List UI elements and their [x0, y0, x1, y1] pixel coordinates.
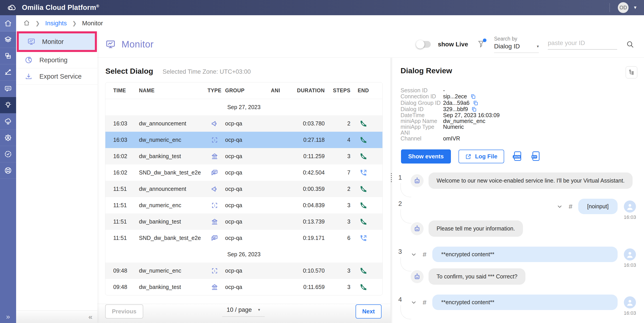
cell-group: ocp-qa	[225, 120, 269, 127]
table-row[interactable]: 11:51 dw_banking_test ocp-qa 0:13.739 3	[106, 213, 382, 230]
svg-text:RTF: RTF	[532, 155, 536, 158]
chevron-down-icon[interactable]	[410, 299, 417, 305]
table-row[interactable]: 09:48 dw_numeric_enc 1 ocp-qa 0:10.570 3	[106, 262, 382, 279]
select-dialog-title: Select Dialog	[106, 67, 153, 76]
anchor-link-icon[interactable]: #	[423, 298, 426, 306]
app-nav-cloud-services[interactable]	[0, 113, 16, 130]
cell-time: 16:02	[113, 153, 139, 159]
column-header: STEPS	[325, 88, 350, 94]
cell-duration: 0:27.118	[282, 137, 325, 143]
user-avatar-menu[interactable]: OD	[618, 2, 628, 13]
search-by-select[interactable]: Dialog ID ▾	[494, 43, 539, 53]
components-icon	[4, 52, 12, 60]
filter-icon[interactable]	[477, 40, 485, 49]
user-turn: # [noinput] 16:03	[410, 199, 636, 214]
call-transfer-icon	[350, 169, 376, 176]
banking-icon	[204, 283, 225, 291]
detail-row: Channel omIVR	[400, 136, 644, 141]
cell-group: ocp-qa	[225, 169, 269, 176]
sidebar-item-label: Monitor	[42, 38, 64, 46]
numeric-icon: 1	[204, 136, 225, 144]
anchor-link-icon[interactable]: #	[568, 203, 572, 210]
sidebar-item-label: Export Service	[40, 73, 82, 80]
page-size-select[interactable]: 10 / page ▾	[222, 306, 265, 317]
table-row[interactable]: 16:03 dw_numeric_enc 1 ocp-qa 0:27.118 4	[106, 132, 382, 148]
table-row[interactable]: 16:02 dw_banking_test ocp-qa 0:11.259 3	[106, 148, 382, 164]
cell-name: dw_banking_test	[139, 218, 204, 225]
cell-group: ocp-qa	[225, 235, 269, 241]
column-header: ANI	[269, 88, 282, 94]
cell-name: dw_numeric_enc	[139, 267, 204, 274]
copy-icon[interactable]	[472, 100, 478, 106]
table-row[interactable]: 16:03 dw_announcement ocp-qa 0:03.780 2	[106, 115, 382, 132]
cell-group: ocp-qa	[225, 186, 269, 192]
table-row[interactable]: 11:51 dw_numeric_enc 1 ocp-qa 0:04.839 3	[106, 197, 382, 213]
download-rtf-icon[interactable]: RTF	[530, 151, 541, 162]
dialog-step: 1 Welcome to our new voice-enabled servi…	[398, 172, 636, 189]
chevron-down-icon[interactable]	[556, 203, 563, 210]
conversations-icon	[4, 85, 12, 93]
cell-duration: 0:04.839	[282, 202, 325, 209]
search-icon[interactable]	[626, 40, 634, 48]
app-nav-user-settings[interactable]	[0, 130, 16, 146]
detail-label: Dialog ID	[400, 106, 443, 112]
app-nav-home[interactable]	[0, 15, 16, 32]
bot-message-bubble: To confirm, you said *** Correct?	[428, 268, 526, 285]
table-row[interactable]: 11:51 SND_dw_bank_test_e2e ocp-qa 0:19.1…	[106, 230, 382, 246]
collapse-sidebar-icon[interactable]: «	[88, 313, 92, 321]
log-file-button[interactable]: Log File	[458, 150, 504, 163]
cell-time: 09:48	[113, 284, 139, 290]
app-nav-insights[interactable]	[0, 97, 16, 113]
copy-icon[interactable]	[471, 106, 477, 112]
sidebar-footer: «	[16, 310, 97, 323]
app-nav-components[interactable]	[0, 48, 16, 64]
next-page-button[interactable]: Next	[356, 304, 382, 318]
cell-time: 16:03	[113, 137, 139, 143]
expand-app-nav-icon[interactable]: »	[0, 312, 16, 321]
home-icon[interactable]	[23, 20, 30, 27]
avatar-caret-icon[interactable]: ▼	[633, 5, 637, 10]
app-nav-layers[interactable]	[0, 32, 16, 48]
sidebar-item-reporting[interactable]: Reporting	[16, 52, 97, 68]
app-nav-conversations[interactable]	[0, 81, 16, 97]
cell-duration: 0:11.659	[282, 284, 325, 290]
drafting-icon	[4, 68, 12, 76]
sidebar-item-monitor[interactable]: Monitor	[19, 33, 95, 50]
cell-duration: 0:42.504	[282, 169, 325, 176]
app-nav-drafting[interactable]	[0, 64, 16, 81]
support-icon	[4, 166, 12, 174]
user-message-bubble: **encrypted content**	[432, 247, 618, 262]
svg-text:1: 1	[214, 138, 215, 142]
download-json-icon[interactable]: JSON	[512, 151, 522, 162]
step-connector	[400, 209, 411, 223]
table-row[interactable]: 09:48 dw_banking_test ocp-qa 0:11.659 3	[106, 279, 382, 295]
id-search-input[interactable]	[548, 40, 617, 50]
app-nav-support[interactable]	[0, 162, 16, 179]
breadcrumb-insights[interactable]: Insights	[45, 20, 67, 27]
sidebar-item-export-service[interactable]: Export Service	[16, 68, 97, 85]
cell-group: ocp-qa	[225, 202, 269, 209]
brand: Omilia Cloud Platform®	[7, 3, 99, 13]
show-events-button[interactable]: Show events	[401, 149, 451, 164]
detail-row: ANI	[400, 130, 644, 136]
column-header: GROUP	[225, 88, 269, 94]
step-number: 3	[398, 248, 402, 255]
anchor-link-icon[interactable]: #	[423, 251, 426, 258]
timezone-note: Selected Time Zone: UTC+03:00	[163, 68, 251, 75]
copy-icon[interactable]	[470, 93, 476, 100]
cell-time: 16:02	[113, 169, 139, 176]
dialog-tree-view-button[interactable]	[626, 66, 637, 78]
divider-drag-handle[interactable]	[391, 173, 392, 183]
message-time: 16:03	[624, 310, 636, 316]
previous-page-button[interactable]: Previous	[105, 304, 143, 318]
table-row[interactable]: 11:51 dw_announcement ocp-qa 0:00.359 2	[106, 181, 382, 197]
breadcrumb-separator: ❯	[72, 20, 77, 27]
user-avatar	[624, 296, 636, 308]
app-nav-quality-badge[interactable]	[0, 146, 16, 162]
filter-active-badge	[483, 39, 486, 42]
table-row[interactable]: 16:02 SND_dw_bank_test_e2e ocp-qa 0:42.5…	[106, 164, 382, 181]
show-live-toggle[interactable]	[416, 41, 431, 48]
cell-steps: 3	[325, 284, 350, 290]
detail-label: Channel	[400, 136, 443, 141]
chevron-down-icon[interactable]	[410, 251, 417, 258]
